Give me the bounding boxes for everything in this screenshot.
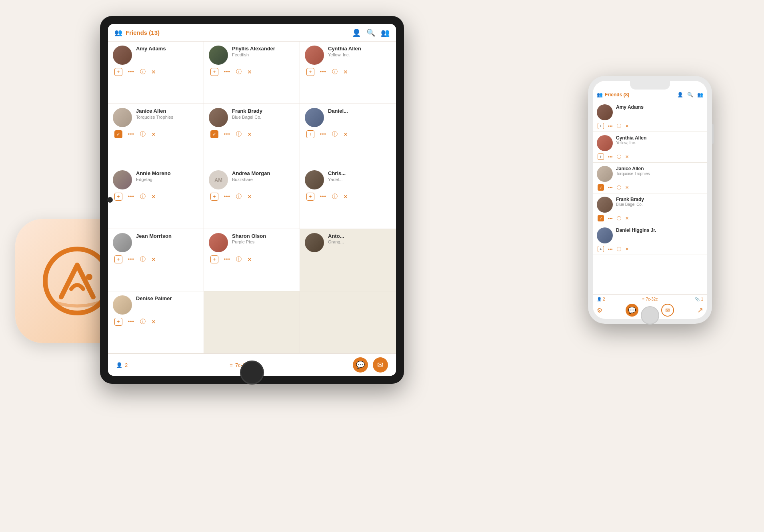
more-button[interactable]: ••• [224, 194, 230, 199]
info-button[interactable]: ⓘ [617, 123, 621, 129]
add-button[interactable]: + [210, 68, 218, 76]
add-button[interactable]: + [598, 123, 604, 129]
add-button[interactable]: + [210, 193, 218, 201]
info-button[interactable]: ⓘ [332, 68, 338, 76]
empty-cell [300, 291, 396, 354]
remove-button[interactable]: ✕ [625, 185, 629, 190]
table-row: Chris... Yadel... + ••• ⓘ ✕ [300, 166, 396, 229]
info-button[interactable]: ⓘ [140, 68, 146, 76]
tablet-camera [107, 197, 113, 203]
remove-button[interactable]: ✕ [247, 131, 252, 137]
add-button[interactable]: + [598, 246, 604, 252]
more-button[interactable]: ••• [224, 69, 230, 75]
remove-button[interactable]: ✕ [625, 216, 629, 221]
remove-button[interactable]: ✕ [247, 69, 252, 75]
avatar [305, 233, 324, 252]
more-button[interactable]: ••• [608, 124, 613, 128]
info-button[interactable]: ⓘ [332, 193, 338, 200]
remove-button[interactable]: ✕ [151, 131, 156, 137]
info-button[interactable]: ⓘ [140, 131, 146, 138]
table-row: Phyllis Alexander Feedfish + ••• ⓘ ✕ [204, 42, 300, 104]
cards-icon: ≡ [642, 297, 645, 301]
remove-button[interactable]: ✕ [343, 69, 348, 75]
add-button[interactable]: + [306, 68, 314, 76]
more-button[interactable]: ••• [128, 194, 134, 199]
remove-button[interactable]: ✕ [247, 256, 252, 263]
chat-button[interactable]: 💬 [626, 304, 638, 317]
info-button[interactable]: ⓘ [236, 256, 242, 263]
avatar [113, 170, 132, 189]
remove-button[interactable]: ✕ [343, 131, 348, 137]
info-button[interactable]: ⓘ [617, 215, 621, 221]
add-button[interactable]: ✓ [598, 184, 604, 191]
more-button[interactable]: ••• [608, 216, 613, 221]
remove-button[interactable]: ✕ [625, 154, 629, 159]
add-button[interactable]: + [306, 193, 314, 201]
phone-search-icon[interactable]: 🔍 [687, 92, 693, 98]
chat-button[interactable]: 💬 [353, 357, 368, 373]
info-button[interactable]: ⓘ [332, 131, 338, 138]
avatar [305, 46, 324, 65]
svg-point-1 [86, 274, 92, 280]
table-row: Anto... Orang... [300, 229, 396, 291]
remove-button[interactable]: ✕ [343, 193, 348, 200]
add-button[interactable]: + [114, 255, 122, 263]
info-button[interactable]: ⓘ [140, 318, 146, 325]
avatar [305, 170, 324, 189]
remove-button[interactable]: ✕ [151, 193, 156, 200]
info-button[interactable]: ⓘ [140, 256, 146, 263]
more-button[interactable]: ••• [608, 185, 613, 190]
add-button[interactable]: ✓ [114, 130, 122, 138]
phone-add-icon[interactable]: 👤 [677, 92, 683, 98]
info-button[interactable]: ⓘ [617, 185, 621, 191]
more-button[interactable]: ••• [320, 69, 326, 75]
contact-name: Amy Adams [136, 46, 199, 52]
add-button[interactable]: + [114, 193, 122, 201]
add-button[interactable]: + [598, 153, 604, 160]
info-button[interactable]: ⓘ [140, 193, 146, 200]
phone-device: 👥 Friends (8) 👤 🔍 👥 Amy Adams + [588, 76, 712, 324]
more-button[interactable]: ••• [128, 132, 134, 137]
add-button[interactable]: + [306, 130, 314, 138]
info-button[interactable]: ⓘ [236, 68, 242, 76]
more-button[interactable]: ••• [608, 247, 613, 251]
add-button[interactable]: ✓ [210, 130, 218, 138]
phone-home-button[interactable] [641, 306, 659, 325]
phone-filter-icon[interactable]: 👥 [697, 92, 703, 98]
email-button[interactable]: ✉ [373, 357, 388, 373]
more-button[interactable]: ••• [128, 69, 134, 75]
remove-button[interactable]: ✕ [151, 319, 156, 325]
add-button[interactable]: + [114, 68, 122, 76]
contact-name: Phyllis Alexander [232, 46, 295, 52]
settings-button[interactable]: ⚙ [597, 307, 602, 314]
more-button[interactable]: ••• [224, 257, 230, 262]
remove-button[interactable]: ✕ [151, 256, 156, 263]
contact-name: Sharon Olson [232, 233, 295, 240]
add-button[interactable]: ✓ [598, 215, 604, 221]
search-icon[interactable]: 🔍 [366, 28, 375, 37]
filter-icon[interactable]: 👥 [381, 28, 390, 37]
add-button[interactable]: + [210, 255, 218, 263]
remove-button[interactable]: ✕ [247, 193, 252, 200]
more-button[interactable]: ••• [608, 154, 613, 159]
more-button[interactable]: ••• [128, 257, 134, 262]
remove-button[interactable]: ✕ [151, 69, 156, 75]
email-button[interactable]: ✉ [661, 304, 674, 317]
more-button[interactable]: ••• [224, 132, 230, 137]
add-friend-icon[interactable]: 👤 [352, 28, 361, 37]
more-button[interactable]: ••• [320, 132, 326, 137]
more-button[interactable]: ••• [128, 319, 134, 325]
info-button[interactable]: ⓘ [617, 246, 621, 252]
share-button[interactable]: ↗ [697, 306, 703, 315]
contact-name: Amy Adams [616, 104, 703, 110]
info-button[interactable]: ⓘ [617, 154, 621, 160]
remove-button[interactable]: ✕ [625, 247, 629, 252]
info-button[interactable]: ⓘ [236, 193, 242, 200]
add-button[interactable]: + [114, 318, 122, 326]
info-button[interactable]: ⓘ [236, 131, 242, 138]
more-button[interactable]: ••• [320, 194, 326, 199]
phone-friends-title: Friends (8) [605, 92, 629, 98]
contact-company: Blue Bagel Co. [616, 202, 703, 207]
remove-button[interactable]: ✕ [625, 124, 629, 129]
tablet-home-button[interactable] [240, 361, 264, 385]
